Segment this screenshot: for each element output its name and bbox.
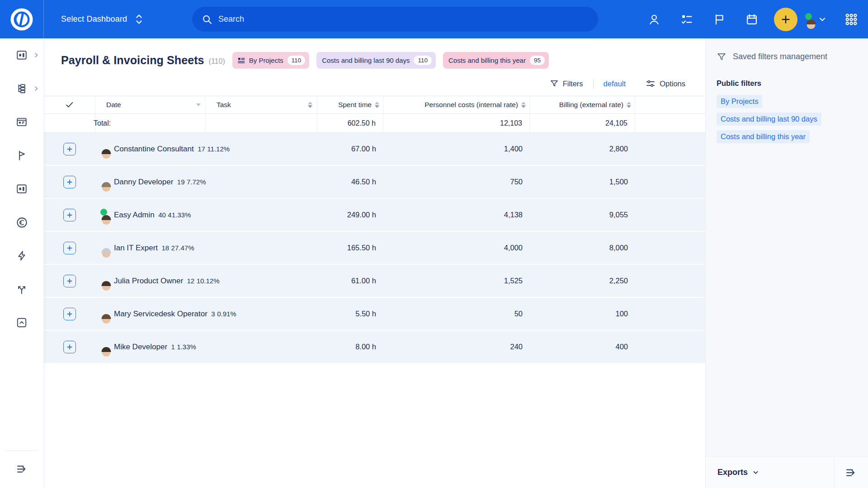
expand-row-button[interactable] [63, 308, 76, 320]
sidebar-item-dashboards[interactable] [0, 38, 43, 72]
person-cell[interactable]: Mike Developer 1 1.33% [95, 343, 317, 352]
select-all-cell[interactable] [44, 96, 95, 113]
spent-time-value: 165.50 h [317, 244, 383, 252]
topbar-actions [647, 0, 858, 38]
plus-icon [66, 344, 73, 350]
total-spent-time: 602.50 h [317, 114, 383, 132]
flag-icon[interactable] [712, 13, 726, 26]
easy-project-logo-icon [10, 8, 33, 31]
sidebar-item-milestones[interactable] [0, 139, 43, 172]
sidebar-item-quick-actions[interactable] [0, 239, 43, 272]
table-row: Mary Servicedesk Operator 3 0.91% 5.50 h… [44, 298, 705, 331]
public-filter-link[interactable]: Costs and billing last 90 days [717, 113, 821, 126]
table-row: Ian IT Expert 18 27.47% 165.50 h 4,000 8… [44, 232, 705, 265]
person-cell[interactable]: Julia Product Owner 12 10.12% [95, 277, 317, 286]
funnel-icon [717, 51, 726, 62]
search-input[interactable] [218, 14, 588, 24]
expand-row-button[interactable] [63, 209, 76, 221]
public-filter-link[interactable]: Costs and billing this year [717, 130, 810, 143]
table-row: Danny Developer 19 7.72% 46.50 h 750 1,5… [44, 166, 705, 199]
sidebar-item-projects[interactable] [0, 72, 43, 105]
person-name[interactable]: Ian IT Expert [114, 244, 158, 252]
search-bar[interactable] [192, 7, 598, 32]
branch-split-icon [16, 283, 28, 295]
saved-filter-chip[interactable]: Costs and billing last 90 days 110 [316, 52, 436, 69]
filters-button[interactable]: Filters [550, 79, 583, 88]
flag-pennant-icon [16, 150, 28, 161]
spent-time-value: 67.00 h [317, 145, 383, 153]
column-header-task[interactable]: Task [206, 96, 317, 113]
create-new-button[interactable] [774, 8, 797, 31]
chevron-right-icon[interactable] [33, 52, 39, 58]
sort-icon[interactable] [308, 102, 312, 108]
person-cell[interactable]: Constantine Consultant 17 11.12% [95, 145, 317, 154]
personnel-costs-value: 240 [383, 343, 530, 351]
entries-count: 18 [161, 244, 169, 252]
person-cell[interactable]: Mary Servicedesk Operator 3 0.91% [95, 310, 317, 319]
share-percent: 10.12% [197, 277, 220, 285]
person-cell[interactable]: Ian IT Expert 18 27.47% [95, 244, 317, 253]
person-name[interactable]: Julia Product Owner [114, 277, 183, 285]
apps-grid-icon[interactable] [844, 13, 858, 26]
table-body: Constantine Consultant 17 11.12% 67.00 h… [44, 133, 705, 364]
chevron-down-icon[interactable] [816, 13, 829, 26]
sidebar-item-archive[interactable] [0, 306, 43, 339]
sort-icon[interactable] [196, 103, 201, 106]
collapse-panel-button[interactable] [834, 457, 868, 488]
exports-button[interactable]: Exports [706, 468, 834, 477]
person-name[interactable]: Danny Developer [114, 178, 173, 186]
share-percent: 41.33% [168, 211, 191, 219]
sidebar-divider [5, 450, 38, 451]
personnel-costs-value: 50 [383, 310, 530, 318]
table-row: Julia Product Owner 12 10.12% 61.00 h 1,… [44, 265, 705, 298]
sort-icon[interactable] [521, 102, 526, 108]
saved-filter-chip[interactable]: By Projects 110 [232, 52, 309, 69]
column-header-personnel-costs[interactable]: Personnel costs (internal rate) [383, 96, 530, 113]
table-row: Constantine Consultant 17 11.12% 67.00 h… [44, 133, 705, 166]
sidebar-item-money[interactable] [0, 206, 43, 239]
chip-count-badge: 95 [530, 56, 545, 65]
expand-row-button[interactable] [63, 275, 76, 287]
person-name[interactable]: Mary Servicedesk Operator [114, 310, 208, 318]
total-task-cell [206, 114, 317, 132]
sidebar-item-workflow[interactable] [0, 272, 43, 306]
saved-filter-chip[interactable]: Costs and billing this year 95 [443, 52, 549, 69]
options-button[interactable]: Options [646, 79, 685, 88]
public-filter-link[interactable]: By Projects [717, 95, 762, 108]
sort-icon[interactable] [375, 102, 379, 108]
tasks-checklist-icon[interactable] [680, 13, 693, 26]
plus-icon [66, 146, 73, 152]
list-board-icon [238, 57, 245, 64]
person-name[interactable]: Constantine Consultant [114, 145, 194, 153]
box-chevron-up-icon [16, 317, 28, 328]
app-logo[interactable] [0, 0, 44, 38]
sidebar-item-modules[interactable] [0, 172, 43, 206]
dashboard-selector[interactable]: Select Dashboard [61, 13, 143, 25]
expand-row-button[interactable] [63, 176, 76, 188]
expand-sidebar-button[interactable] [0, 457, 44, 481]
share-percent: 7.72% [187, 178, 206, 186]
main-content: Payroll & Invoicing Sheets (110) By Proj… [44, 38, 705, 488]
default-filter-link[interactable]: default [604, 80, 626, 88]
person-cell[interactable]: Danny Developer 19 7.72% [95, 178, 317, 187]
expand-row-button[interactable] [63, 242, 76, 254]
expand-sidebar-icon [15, 462, 29, 476]
expand-row-button[interactable] [63, 143, 76, 155]
sort-icon[interactable] [627, 102, 631, 108]
user-icon[interactable] [647, 13, 661, 26]
person-cell[interactable]: Easy Admin 40 41.33% [95, 211, 317, 220]
column-header-spent-time[interactable]: Spent time [317, 96, 383, 113]
calendar-icon[interactable] [745, 13, 759, 26]
expand-row-button[interactable] [63, 341, 76, 353]
column-header-billing[interactable]: Billing (external rate) [530, 96, 635, 113]
person-name[interactable]: Easy Admin [114, 211, 155, 219]
person-name[interactable]: Mike Developer [114, 343, 167, 351]
spent-time-value: 249.00 h [317, 211, 383, 219]
panel-footer: Exports [706, 456, 868, 488]
chip-label: Costs and billing last 90 days [322, 56, 410, 64]
column-header-date[interactable]: Date [95, 96, 206, 113]
chevron-right-icon[interactable] [33, 86, 39, 91]
sidebar-item-pages[interactable] [0, 105, 43, 139]
entries-count: 3 [211, 310, 215, 318]
bolt-icon [16, 250, 28, 262]
